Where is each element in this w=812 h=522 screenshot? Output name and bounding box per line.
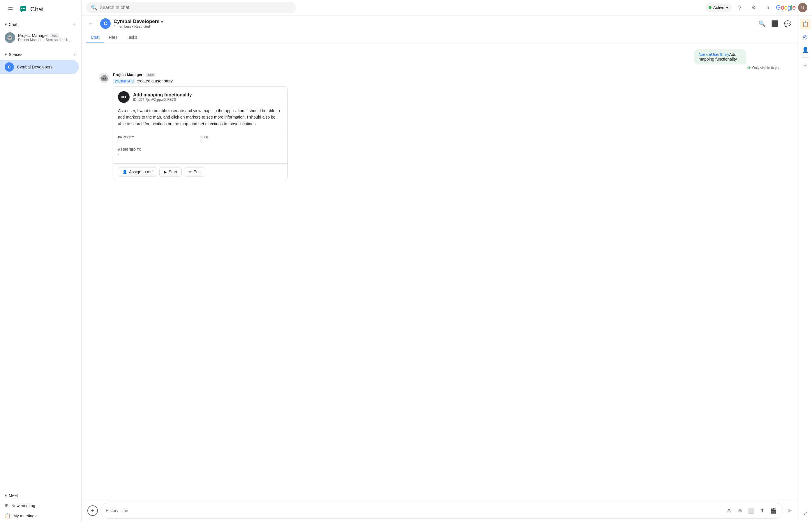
- status-chevron-icon: ▾: [726, 5, 728, 10]
- chat-logo-icon: [19, 5, 28, 14]
- story-icon: [118, 91, 129, 103]
- svg-point-15: [105, 78, 106, 79]
- sent-command: /createUserStory: [699, 52, 729, 57]
- search-icon: 🔍: [91, 4, 97, 11]
- size-field: SIZE -: [200, 136, 283, 144]
- story-fields: PRIORITY - SIZE - ASSIGNED TO: [113, 132, 287, 164]
- sent-message: /createUserStoryAdd mapping functionalit…: [99, 49, 780, 70]
- add-chat-button[interactable]: +: [73, 21, 77, 28]
- sidebar-item-cymbal-developers[interactable]: C Cymbal Developers: [0, 60, 79, 74]
- tab-files[interactable]: Files: [104, 32, 122, 43]
- new-meeting-icon: ⊞: [5, 503, 8, 508]
- search-input[interactable]: [100, 5, 291, 10]
- video-attach-button[interactable]: 🎬: [769, 506, 778, 515]
- google-logo: Google: [776, 4, 796, 12]
- sidebar-header: ☰ Chat: [0, 0, 81, 19]
- story-card: Add mapping functionality ID: J5TI7jsnF2…: [113, 86, 288, 180]
- my-meetings-item[interactable]: 📋 My meetings: [0, 510, 81, 521]
- emoji-button[interactable]: ☺: [735, 506, 745, 515]
- svg-point-8: [8, 37, 9, 38]
- new-meeting-label: New meeting: [12, 503, 35, 508]
- add-attachment-button[interactable]: +: [87, 505, 98, 516]
- right-panel-add-button[interactable]: +: [800, 60, 811, 71]
- search-channel-button[interactable]: 🔍: [756, 18, 768, 29]
- story-title: Add mapping functionality: [133, 92, 192, 98]
- robot-icon: [100, 74, 108, 82]
- visibility-label: 👁 Only visible to you: [694, 65, 780, 70]
- right-panel-divider: [802, 57, 809, 58]
- right-panel-tasks-button[interactable]: 📋: [800, 19, 811, 29]
- chat-section-header[interactable]: ▾ Chat +: [0, 19, 81, 30]
- content-area: ← C Cymbal Developers ▾ 4 members • Rest…: [82, 16, 812, 522]
- right-panel-user-button[interactable]: 👤: [800, 44, 811, 55]
- story-description: As a user, I want to be able to create a…: [113, 107, 287, 132]
- meet-section-header[interactable]: ▾ Meet: [0, 490, 81, 500]
- story-title-block: Add mapping functionality ID: J5TI7jsnF2…: [133, 92, 192, 102]
- status-dot-icon: [709, 6, 712, 9]
- help-button[interactable]: ?: [734, 2, 746, 14]
- code-button[interactable]: ⬜: [747, 506, 756, 515]
- apps-button[interactable]: ⠿: [762, 2, 774, 14]
- status-button[interactable]: Active ▾: [705, 3, 732, 12]
- upload-button[interactable]: ⬆: [757, 506, 767, 515]
- svg-point-19: [121, 96, 123, 98]
- spaces-section-header[interactable]: ▾ Spaces +: [0, 49, 81, 60]
- add-space-button[interactable]: +: [73, 51, 77, 58]
- story-card-header: Add mapping functionality ID: J5TI7jsnF2…: [113, 86, 287, 107]
- svg-point-9: [10, 37, 12, 38]
- story-actions: 👤 Assign to me ▶ Start ✏: [113, 164, 287, 180]
- bot-action-text: created a user story.: [137, 79, 174, 83]
- size-label: SIZE: [200, 136, 283, 139]
- channel-logo: C: [100, 18, 111, 29]
- right-panel-circle-button[interactable]: ◎: [800, 32, 811, 42]
- project-manager-info: Project Manager App Project Manager: Sen…: [18, 33, 74, 42]
- search-bar[interactable]: 🔍: [86, 2, 296, 13]
- edit-icon: ✏: [188, 169, 192, 174]
- send-button[interactable]: ➤: [787, 507, 792, 515]
- bot-meta: Project Manager App: [113, 73, 288, 77]
- cymbal-space-avatar: C: [5, 62, 14, 72]
- edit-button[interactable]: ✏ Edit: [184, 167, 205, 177]
- meet-section-label: Meet: [9, 493, 18, 498]
- video-button[interactable]: ⬛: [769, 18, 780, 29]
- svg-rect-5: [7, 36, 12, 40]
- svg-point-2: [21, 8, 22, 9]
- story-id: ID: J5TI7jsnF2rppw0hFB7S: [133, 98, 192, 102]
- channel-meta: 4 members • Restricted: [114, 24, 756, 28]
- bot-created-text: @Charlie C created a user story.: [113, 79, 288, 83]
- my-meetings-label: My meetings: [14, 514, 36, 518]
- assigned-field: ASSIGNED TO -: [118, 148, 200, 156]
- svg-rect-17: [100, 78, 101, 79]
- sidebar-item-project-manager[interactable]: Project Manager App Project Manager: Sen…: [0, 30, 79, 45]
- svg-rect-16: [103, 80, 105, 80]
- channel-info: Cymbal Developers ▾ 4 members • Restrict…: [114, 19, 756, 28]
- user-avatar[interactable]: U: [798, 3, 807, 12]
- thread-button[interactable]: 💬: [782, 18, 793, 29]
- size-value: -: [200, 140, 283, 144]
- eye-icon: 👁: [747, 65, 751, 70]
- story-dots-icon: [120, 94, 127, 100]
- svg-point-14: [103, 78, 104, 79]
- right-panel-expand-button[interactable]: ⤢: [800, 508, 811, 519]
- messages-area: /createUserStoryAdd mapping functionalit…: [82, 43, 798, 499]
- back-button[interactable]: ←: [86, 18, 97, 29]
- new-meeting-item[interactable]: ⊞ New meeting: [0, 500, 81, 510]
- tab-tasks[interactable]: Tasks: [122, 32, 142, 43]
- bot-sender-badge: App: [146, 73, 155, 77]
- tab-chat[interactable]: Chat: [86, 32, 104, 43]
- format-text-button[interactable]: A: [724, 506, 734, 515]
- pm-name: Project Manager: [18, 33, 48, 38]
- hamburger-menu-button[interactable]: ☰: [5, 3, 16, 15]
- settings-button[interactable]: ⚙: [748, 2, 759, 14]
- channel-name[interactable]: Cymbal Developers ▾: [114, 19, 756, 24]
- svg-point-4: [24, 8, 25, 9]
- channel-header: ← C Cymbal Developers ▾ 4 members • Rest…: [82, 16, 798, 32]
- right-panel: 📋 ◎ 👤 + ⤢: [798, 16, 812, 522]
- start-button[interactable]: ▶ Start: [159, 167, 182, 177]
- priority-label: PRIORITY: [118, 136, 200, 139]
- channel-actions: 🔍 ⬛ 💬: [756, 18, 793, 29]
- bot-mention: @Charlie C: [113, 79, 136, 84]
- assign-to-me-button[interactable]: 👤 Assign to me: [118, 167, 157, 177]
- message-input[interactable]: [106, 508, 722, 513]
- sidebar: ☰ Chat ▾ Chat: [0, 0, 82, 522]
